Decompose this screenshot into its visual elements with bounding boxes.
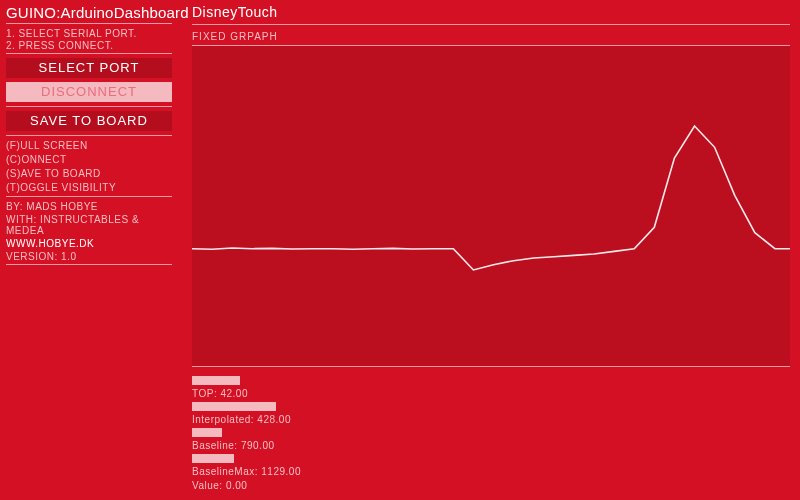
readout-bar[interactable] [192, 376, 240, 385]
keyboard-shortcuts: (F)ULL SCREEN (C)ONNECT (S)AVE TO BOARD … [6, 140, 172, 193]
readout-label-row: BaselineMax: 1129.00 [192, 466, 790, 477]
divider [6, 53, 172, 54]
select-port-button[interactable]: SELECT PORT [6, 58, 172, 78]
readout-label: Value: 0.00 [192, 480, 247, 491]
page-title: DisneyTouch [192, 4, 790, 20]
divider [6, 196, 172, 197]
readout-label-row: Interpolated: 428.00 [192, 414, 790, 425]
readout-label: Interpolated: 428.00 [192, 414, 291, 425]
readouts: TOP: 42.00Interpolated: 428.00Baseline: … [192, 373, 790, 494]
readout-bar[interactable] [192, 402, 276, 411]
app-title: GUINO:ArduinoDashboard [6, 4, 172, 21]
save-to-board-button[interactable]: SAVE TO BOARD [6, 111, 172, 131]
readout-row [192, 428, 790, 437]
readout-row [192, 376, 790, 385]
readout-row: Value: 0.00 [192, 480, 790, 491]
readout-label-row: Baseline: 790.00 [192, 440, 790, 451]
sidebar: GUINO:ArduinoDashboard 1. SELECT SERIAL … [0, 0, 178, 500]
disconnect-button[interactable]: DISCONNECT [6, 82, 172, 102]
graph-line [192, 126, 790, 270]
readout-label: TOP: 42.00 [192, 388, 248, 399]
setup-step-2: 2. PRESS CONNECT. [6, 40, 172, 51]
divider [6, 264, 172, 265]
readout-label: BaselineMax: 1129.00 [192, 466, 301, 477]
credit-with: WITH: INSTRUCTABLES & MEDEA [6, 214, 172, 236]
divider [6, 23, 172, 24]
graph-label: FIXED GRPAPH [192, 31, 790, 42]
graph-canvas [192, 46, 790, 366]
credit-url[interactable]: WWW.HOBYE.DK [6, 238, 94, 249]
readout-bar[interactable] [192, 428, 222, 437]
credits: BY: MADS HOBYE WITH: INSTRUCTABLES & MED… [6, 201, 172, 262]
shortcut-save: (S)AVE TO BOARD [6, 168, 172, 179]
shortcut-toggle: (T)OGGLE VISIBILITY [6, 182, 172, 193]
readout-bar[interactable] [192, 454, 234, 463]
readout-row [192, 454, 790, 463]
shortcut-fullscreen: (F)ULL SCREEN [6, 140, 172, 151]
divider [6, 106, 172, 107]
main-panel: DisneyTouch FIXED GRPAPH TOP: 42.00Inter… [178, 0, 800, 500]
setup-step-1: 1. SELECT SERIAL PORT. [6, 28, 172, 39]
divider [6, 135, 172, 136]
readout-row [192, 402, 790, 411]
credit-version: VERSION: 1.0 [6, 251, 172, 262]
shortcut-connect: (C)ONNECT [6, 154, 172, 165]
readout-label: Baseline: 790.00 [192, 440, 275, 451]
fixed-graph [192, 45, 790, 367]
divider [192, 24, 790, 25]
readout-label-row: TOP: 42.00 [192, 388, 790, 399]
credit-author: BY: MADS HOBYE [6, 201, 172, 212]
